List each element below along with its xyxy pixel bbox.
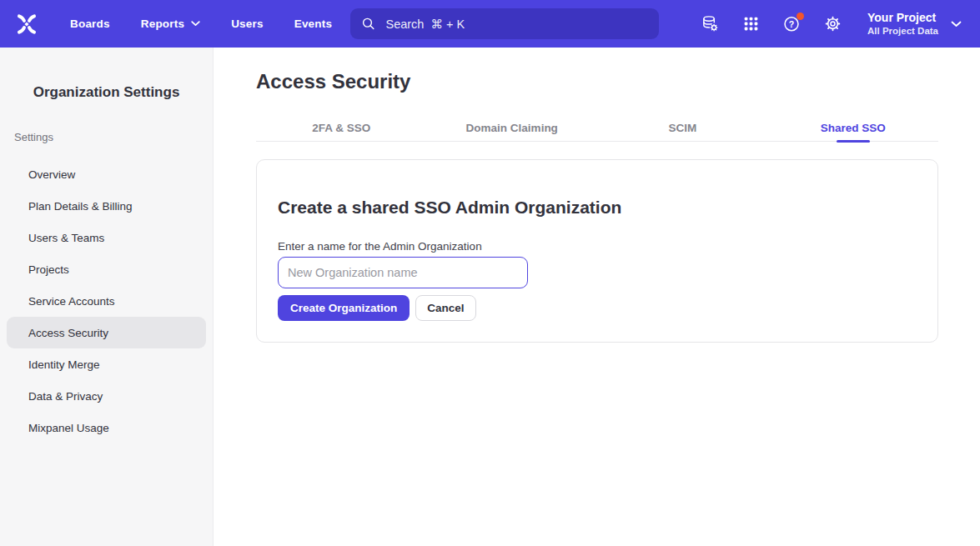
tab-shared-sso[interactable]: Shared SSO <box>768 122 939 141</box>
help-button[interactable]: ? <box>781 14 802 34</box>
project-selector[interactable]: Your Project All Project Data <box>867 10 962 38</box>
search-icon <box>361 16 375 32</box>
nav-right-cluster: ? Your Proj <box>700 10 980 38</box>
apps-grid-button[interactable] <box>741 14 761 34</box>
chevron-down-icon <box>191 21 200 27</box>
sidebar-item-mixpanel-usage[interactable]: Mixpanel Usage <box>7 412 206 443</box>
nav-item-reports[interactable]: Reports <box>141 18 200 30</box>
sidebar-title: Organization Settings <box>0 84 213 101</box>
cancel-button[interactable]: Cancel <box>415 295 475 321</box>
card-actions: Create Organization Cancel <box>278 295 917 321</box>
sidebar-item-projects[interactable]: Projects <box>7 253 206 285</box>
page-title: Access Security <box>256 70 938 93</box>
nav-item-label: Reports <box>141 18 184 30</box>
mixpanel-logo-icon <box>14 12 39 37</box>
sidebar-item-access-security[interactable]: Access Security <box>7 317 206 348</box>
notification-badge <box>797 13 804 20</box>
search-input[interactable] <box>384 17 648 32</box>
global-search[interactable] <box>350 8 659 39</box>
organization-name-label: Enter a name for the Admin Organization <box>278 240 917 253</box>
data-management-icon <box>701 14 720 33</box>
sidebar-item-users-teams[interactable]: Users & Teams <box>7 222 206 253</box>
tab-2fa-sso[interactable]: 2FA & SSO <box>256 122 427 141</box>
nav-item-label: Boards <box>70 18 110 30</box>
sidebar-items: Overview Plan Details & Billing Users & … <box>0 158 213 443</box>
organization-name-input[interactable] <box>278 257 528 288</box>
sidebar-item-service-accounts[interactable]: Service Accounts <box>7 285 206 317</box>
sidebar-item-identity-merge[interactable]: Identity Merge <box>7 348 206 380</box>
tab-scim[interactable]: SCIM <box>597 122 768 141</box>
tab-domain-claiming[interactable]: Domain Claiming <box>427 122 598 141</box>
top-navigation: Boards Reports Users Events <box>0 0 980 48</box>
primary-nav-links: Boards Reports Users Events <box>70 18 332 30</box>
sidebar-item-overview[interactable]: Overview <box>7 158 206 190</box>
create-shared-sso-card: Create a shared SSO Admin Organization E… <box>256 159 938 343</box>
sidebar-item-plan-details-billing[interactable]: Plan Details & Billing <box>7 190 206 222</box>
chevron-down-icon <box>951 21 962 28</box>
sidebar-item-data-privacy[interactable]: Data & Privacy <box>7 380 206 412</box>
create-organization-button[interactable]: Create Organization <box>278 295 410 321</box>
data-management-button[interactable] <box>700 14 720 34</box>
svg-text:?: ? <box>788 19 793 29</box>
apps-grid-icon <box>742 15 760 33</box>
settings-button[interactable] <box>822 14 842 34</box>
access-security-tabs: 2FA & SSO Domain Claiming SCIM Shared SS… <box>256 122 938 142</box>
settings-sidebar: Organization Settings Settings Overview … <box>0 48 214 546</box>
nav-item-label: Users <box>231 18 264 30</box>
mixpanel-logo[interactable] <box>14 12 39 37</box>
nav-item-boards[interactable]: Boards <box>70 18 110 30</box>
project-scope: All Project Data <box>867 25 938 38</box>
nav-item-events[interactable]: Events <box>294 18 332 30</box>
main-content: Access Security 2FA & SSO Domain Claimin… <box>214 70 980 343</box>
nav-item-label: Events <box>294 18 332 30</box>
sidebar-section-label: Settings <box>14 131 213 143</box>
nav-item-users[interactable]: Users <box>231 18 264 30</box>
settings-gear-icon <box>823 14 842 33</box>
project-name: Your Project <box>867 10 938 25</box>
card-title: Create a shared SSO Admin Organization <box>278 198 917 218</box>
project-selector-text: Your Project All Project Data <box>867 10 938 38</box>
